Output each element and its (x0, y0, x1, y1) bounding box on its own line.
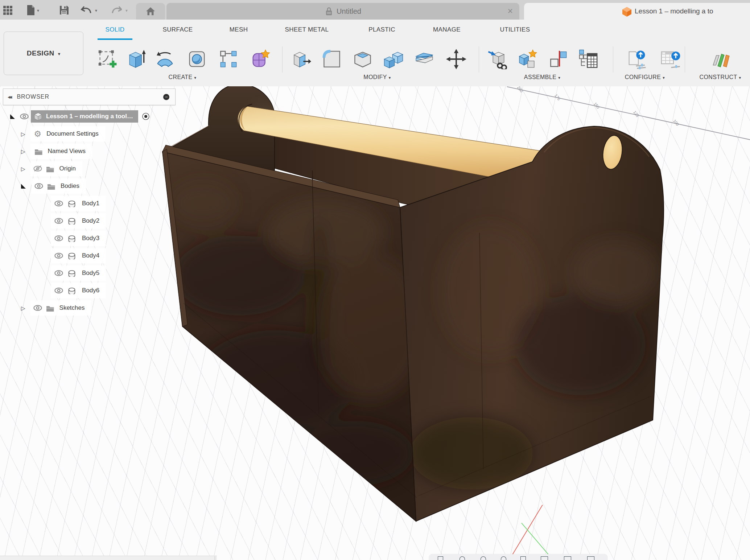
fillet-button[interactable] (319, 46, 345, 72)
orbit-icon[interactable] (460, 556, 465, 560)
offset-face-button[interactable] (412, 46, 437, 72)
tree-item-label: Named Views (48, 148, 86, 155)
timeline-strip[interactable] (0, 556, 217, 560)
viewports-icon[interactable] (587, 556, 594, 560)
browser-item-bodies[interactable]: Bodies (21, 178, 86, 194)
close-tab-icon[interactable]: × (507, 5, 513, 16)
document-tab-active[interactable]: Lesson 1 – modelling a to (524, 3, 750, 20)
browser-item-sketches[interactable]: ▷ Sketches (21, 300, 91, 316)
visibility-off-icon[interactable] (33, 165, 42, 172)
extrude-button[interactable] (123, 46, 149, 72)
ribbon-tab-plastic[interactable]: PLASTIC (368, 26, 395, 33)
browser-item-body4[interactable]: Body4 (51, 248, 106, 263)
visibility-eye-icon[interactable] (54, 218, 63, 225)
workspace-caret-icon: ▾ (58, 50, 61, 57)
app-launcher-grid-icon[interactable] (2, 5, 13, 16)
collapsed-arrow-icon[interactable]: ▷ (21, 166, 25, 172)
group-create[interactable]: CREATE▾ (168, 74, 196, 81)
file-menu-icon[interactable] (25, 5, 36, 16)
browser-panel-header[interactable]: ◀◀ BROWSER − (3, 88, 176, 105)
ribbon-tab-manage[interactable]: MANAGE (433, 26, 461, 33)
visibility-eye-icon[interactable] (54, 252, 63, 259)
visibility-eye-icon[interactable] (20, 113, 29, 120)
collapsed-arrow-icon[interactable]: ▷ (21, 149, 25, 154)
rectangular-pattern-button[interactable] (216, 46, 241, 72)
browser-item-origin[interactable]: ▷ Origin (21, 161, 82, 176)
front-wall[interactable] (162, 145, 424, 521)
new-component-button[interactable] (485, 46, 510, 72)
toolbox-model[interactable] (0, 86, 750, 560)
joint-origin-button[interactable] (546, 46, 571, 72)
ribbon-tab-surface[interactable]: SURFACE (162, 26, 193, 33)
press-pull-button[interactable] (288, 46, 314, 72)
collapsed-arrow-icon[interactable]: ▷ (21, 131, 25, 137)
revolve-button[interactable] (152, 46, 178, 72)
selected-root-node[interactable]: Lesson 1 – modelling a tool… (31, 110, 138, 123)
body-cylinder-icon (67, 252, 76, 259)
home-tab[interactable] (136, 3, 165, 20)
joint-component-button[interactable] (515, 46, 540, 72)
grid-settings-icon[interactable] (564, 556, 571, 560)
collapse-panel-icon[interactable]: ◀◀ (8, 95, 11, 99)
browser-item-root[interactable]: Lesson 1 – modelling a tool… (10, 109, 150, 124)
x-axis-line (509, 505, 543, 560)
file-menu-caret-icon[interactable]: ▾ (37, 8, 39, 13)
expand-icon[interactable] (10, 114, 15, 119)
visibility-eye-icon[interactable] (33, 305, 42, 312)
tree-item-label: Body6 (82, 287, 99, 294)
gear-icon: ⚙ (34, 130, 42, 138)
configuration-table-button[interactable] (658, 46, 683, 72)
ribbon-tab-sheet-metal[interactable]: SHEET METAL (285, 26, 329, 33)
3d-viewport[interactable]: 200 175 150 125 100 (0, 86, 750, 560)
pan-icon[interactable] (481, 556, 486, 560)
group-assemble-label: ASSEMBLE (524, 74, 556, 80)
look-at-icon[interactable] (520, 556, 526, 560)
move-copy-button[interactable] (444, 46, 469, 72)
browser-item-body5[interactable]: Body5 (51, 265, 106, 281)
redo-icon[interactable] (111, 5, 122, 16)
ribbon-tab-mesh[interactable]: MESH (230, 26, 248, 33)
save-icon[interactable] (59, 5, 70, 16)
construct-plane-button[interactable] (708, 46, 734, 72)
zoom-icon[interactable] (501, 556, 506, 560)
group-configure[interactable]: CONFIGURE▾ (625, 74, 665, 81)
folder-icon (46, 165, 54, 172)
workspace-selector-button[interactable]: DESIGN ▾ (4, 32, 83, 75)
undo-history-caret-icon[interactable]: ▾ (95, 8, 97, 13)
visibility-eye-icon[interactable] (54, 287, 63, 294)
group-modify[interactable]: MODIFY▾ (363, 74, 391, 81)
panel-minus-icon[interactable]: − (163, 94, 169, 100)
visibility-eye-icon[interactable] (34, 183, 43, 190)
browser-item-body3[interactable]: Body3 (51, 231, 106, 246)
collapsed-arrow-icon[interactable]: ▷ (21, 305, 25, 311)
combine-button[interactable] (381, 46, 406, 72)
bom-table-button[interactable] (576, 46, 601, 72)
group-assemble[interactable]: ASSEMBLE▾ (524, 74, 560, 81)
navigation-bar[interactable] (429, 554, 607, 560)
redo-history-caret-icon[interactable]: ▾ (125, 8, 128, 13)
display-settings-icon[interactable] (541, 556, 548, 560)
view-home-icon[interactable] (438, 556, 443, 560)
browser-item-document-settings[interactable]: ▷ ⚙ Document Settings (21, 126, 105, 141)
browser-item-body6[interactable]: Body6 (51, 283, 106, 298)
expand-icon[interactable] (21, 184, 26, 189)
visibility-eye-icon[interactable] (54, 270, 63, 277)
browser-item-body2[interactable]: Body2 (51, 213, 106, 228)
hole-button[interactable] (184, 46, 210, 72)
ribbon-tab-utilities[interactable]: UTILITIES (500, 26, 530, 33)
tree-item-label: Sketches (59, 304, 85, 312)
visibility-eye-icon[interactable] (54, 200, 63, 207)
visibility-eye-icon[interactable] (54, 235, 63, 242)
browser-item-named-views[interactable]: ▷ Named Views (21, 144, 92, 159)
browser-item-body1[interactable]: Body1 (51, 196, 106, 211)
group-construct[interactable]: CONSTRUCT▾ (700, 74, 741, 81)
document-cube-icon (622, 7, 632, 17)
ribbon-tab-solid[interactable]: SOLID (105, 26, 124, 33)
configuration-button[interactable] (624, 46, 649, 72)
create-form-button[interactable] (248, 46, 273, 72)
document-tab-untitled[interactable]: Untitled × (166, 3, 519, 20)
shell-button[interactable] (350, 46, 375, 72)
undo-icon[interactable] (81, 5, 91, 16)
create-sketch-button[interactable] (95, 46, 120, 72)
activate-radio-icon[interactable] (142, 112, 150, 120)
